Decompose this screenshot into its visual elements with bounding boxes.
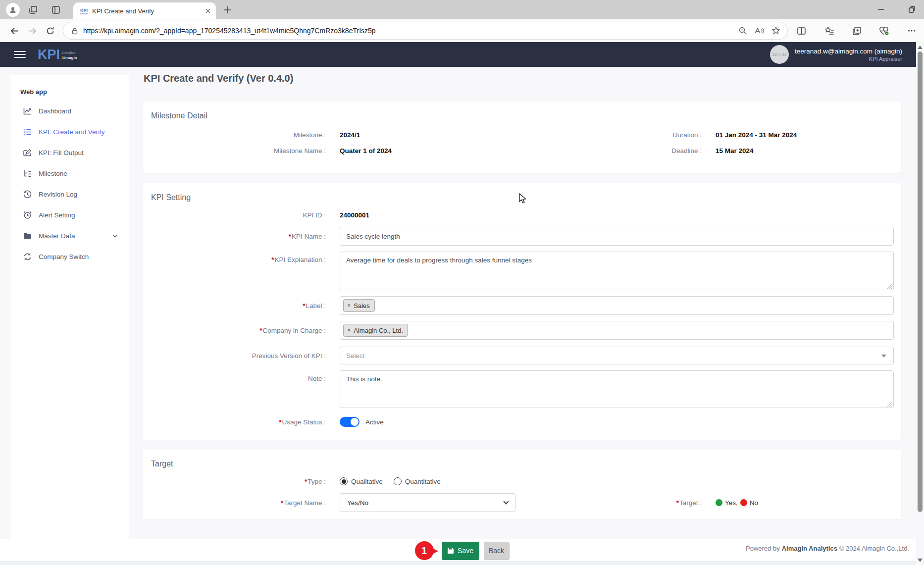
address-bar[interactable]: https://kpi.aimagin.com/?_appId=app_1702… [63, 22, 787, 39]
minimize-icon [877, 6, 884, 13]
favorite-star-icon[interactable] [771, 26, 780, 35]
favorites-list-icon [824, 26, 834, 36]
usage-status-value: Active [365, 418, 384, 426]
tab-actions-button[interactable] [50, 3, 62, 16]
footer-brand: Aimagin Analytics [782, 545, 837, 552]
resize-handle-icon[interactable] [887, 283, 892, 289]
milestone-value: 2024/1 [340, 131, 645, 139]
split-screen-button[interactable] [795, 24, 808, 37]
kpi-explanation-label: *KPI Explanation : [143, 256, 326, 263]
ellipsis-icon [907, 26, 916, 35]
kpi-setting-card: KPI Setting KPI ID : 24000001 *KPI Name … [143, 183, 901, 440]
read-aloud-icon[interactable] [754, 26, 765, 35]
sidebar-item-master-data[interactable]: Master Data [10, 225, 129, 246]
scrollbar-thumb[interactable] [918, 51, 923, 512]
profile-avatar-icon [9, 6, 17, 14]
window-minimize-button[interactable] [873, 3, 888, 16]
browser-window: KPI KPI Create and Verify https://kp [0, 0, 924, 565]
favorites-button[interactable] [823, 24, 836, 37]
split-screen-icon [797, 26, 806, 36]
site-favicon: KPI [80, 8, 88, 14]
milestone-detail-card: Milestone Detail Milestone : 2024/1 Dura… [143, 102, 901, 173]
target-no-dot [740, 499, 747, 506]
zoom-out-icon[interactable] [738, 26, 747, 35]
browser-profile-button[interactable] [6, 3, 20, 17]
back-arrow-icon [10, 26, 19, 36]
sidebar-item-kpi-fill-output[interactable]: KPI: Fill Output [10, 142, 129, 163]
history-clock-icon [23, 190, 32, 199]
logo-analytics-text: Analytics [61, 51, 77, 55]
company-in-charge-label: *Company in Charge : [143, 327, 326, 334]
back-button-form[interactable]: Back [484, 542, 510, 560]
page-scrollbar[interactable] [916, 42, 924, 565]
collections-add-icon [852, 26, 862, 36]
usage-status-toggle[interactable] [340, 417, 359, 427]
chevron-down-icon [112, 233, 118, 239]
app-logo[interactable]: KPI Analytics Aimagin [38, 48, 77, 61]
tag-sales: ×Sales [343, 299, 375, 312]
kpi-name-input[interactable] [340, 227, 894, 246]
workspaces-button[interactable] [27, 3, 40, 16]
lock-icon[interactable] [71, 27, 78, 35]
note-textarea[interactable]: This is note. [340, 370, 894, 408]
scrollbar-up-arrow[interactable] [916, 43, 924, 51]
dropdown-caret-icon [881, 355, 886, 358]
kpi-explanation-textarea[interactable]: Average time for deals to progress throu… [340, 252, 894, 290]
refresh-button[interactable] [44, 24, 56, 37]
target-label: *Target : [645, 499, 702, 507]
window-restore-button[interactable] [904, 3, 919, 16]
duration-label: Duration : [645, 131, 702, 139]
url-text[interactable]: https://kpi.aimagin.com/?_appId=app_1702… [83, 27, 738, 35]
sidebar-item-revision-log[interactable]: Revision Log [10, 184, 129, 205]
sidebar: Web app Dashboard KPI: Create and Verify… [10, 75, 129, 539]
tab-title: KPI Create and Verify [92, 7, 205, 15]
logo-kpi-text: KPI [38, 48, 60, 61]
folder-icon [23, 232, 32, 240]
company-tag-input[interactable]: ×Aimagin Co., Ltd. [340, 321, 894, 340]
milestone-detail-title: Milestone Detail [143, 102, 901, 120]
browser-menu-button[interactable] [905, 24, 918, 37]
label-tag-input[interactable]: ×Sales [340, 296, 894, 315]
save-floppy-icon [447, 547, 454, 554]
radio-qualitative-label[interactable]: Qualitative [351, 478, 383, 485]
new-tab-button[interactable] [222, 4, 233, 15]
sidebar-item-kpi-create-and-verify[interactable]: KPI: Create and Verify [10, 121, 129, 142]
browser-tab[interactable]: KPI KPI Create and Verify [73, 2, 216, 19]
save-button[interactable]: Save [442, 542, 479, 560]
tag-remove-icon[interactable]: × [347, 302, 351, 309]
logo-aimagin-text: Aimagin [61, 56, 77, 60]
deadline-label: Deadline : [645, 147, 702, 154]
target-yes-text: Yes, [725, 499, 738, 507]
scrollbar-down-arrow[interactable] [916, 556, 924, 564]
tab-layout-icon [51, 5, 61, 15]
collections-button[interactable] [851, 24, 864, 37]
tag-remove-icon[interactable]: × [347, 327, 351, 334]
tab-close-icon[interactable] [205, 8, 211, 14]
radio-quantitative[interactable] [394, 477, 402, 485]
sidebar-item-dashboard[interactable]: Dashboard [10, 101, 129, 121]
radio-quantitative-label[interactable]: Quantitative [405, 478, 441, 485]
radio-qualitative[interactable] [340, 477, 348, 485]
previous-version-select[interactable]: Select [340, 347, 894, 364]
sidebar-item-company-switch[interactable]: Company Switch [10, 246, 129, 267]
select-chevron-icon [503, 499, 509, 504]
note-label: Note : [143, 375, 326, 382]
kpi-id-value: 24000001 [340, 211, 894, 219]
menu-toggle-button[interactable] [14, 51, 26, 58]
sidebar-section-title: Web app [10, 75, 129, 101]
target-name-label: *Target Name : [143, 499, 326, 507]
sidebar-item-milestone[interactable]: Milestone [10, 163, 129, 184]
bottom-strip [0, 562, 916, 565]
milestone-label: Milestone : [143, 131, 326, 139]
forward-button[interactable] [26, 24, 39, 37]
target-name-select[interactable]: Yes/No [340, 493, 515, 512]
sidebar-item-alert-setting[interactable]: Alert Setting [10, 205, 129, 225]
plus-icon [223, 6, 231, 14]
refresh-icon [46, 26, 55, 36]
back-button[interactable] [8, 24, 21, 37]
restore-icon [908, 6, 916, 13]
resize-handle-icon[interactable] [887, 401, 892, 407]
browser-essentials-button[interactable] [877, 24, 890, 37]
workspaces-icon [28, 5, 38, 15]
label-label: *Label : [143, 302, 326, 309]
